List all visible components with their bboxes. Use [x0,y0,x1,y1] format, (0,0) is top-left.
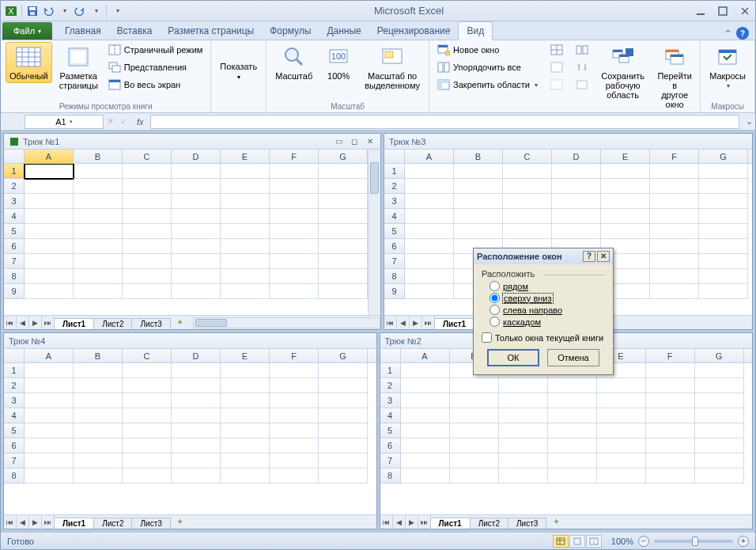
full-screen-button[interactable]: Во весь экран [105,77,206,93]
cell[interactable] [552,224,601,239]
help-icon[interactable]: ? [736,27,749,40]
cell[interactable] [650,239,699,254]
sheet-tab[interactable]: Лист1 [434,318,474,329]
cell[interactable] [270,194,319,209]
arrange-option-radio[interactable]: сверху вниз [482,292,605,304]
row-header[interactable]: 4 [4,408,25,423]
cell[interactable] [221,194,270,209]
column-header[interactable]: G [699,150,748,163]
cell[interactable] [221,393,270,408]
cell[interactable] [74,284,123,299]
cell[interactable] [401,363,450,378]
cell[interactable] [699,239,748,254]
cell[interactable] [695,393,744,408]
minimize-icon[interactable] [694,5,708,17]
cell[interactable] [172,453,221,468]
cell[interactable] [454,179,503,194]
dialog-close-button[interactable]: ✕ [597,251,610,262]
cell[interactable] [450,408,499,423]
cell[interactable] [450,453,499,468]
cell[interactable] [221,408,270,423]
row-header[interactable]: 5 [4,224,25,239]
cell[interactable] [172,239,221,254]
sheet-tab[interactable]: Лист1 [54,318,94,329]
switch-windows-button[interactable]: Перейти в другое окно [654,42,695,120]
select-all-corner[interactable] [380,349,401,362]
tab-page-layout[interactable]: Разметка страницы [160,22,262,40]
cell[interactable] [74,453,123,468]
cell[interactable] [319,269,368,284]
cell[interactable] [503,209,552,224]
reset-position-button[interactable] [573,77,592,93]
tab-review[interactable]: Рецензирование [369,22,459,40]
cell[interactable] [25,468,74,484]
row-header[interactable]: 1 [380,363,401,378]
page-break-shortcut[interactable] [586,535,602,548]
cell[interactable] [221,438,270,453]
cell[interactable] [601,194,650,209]
cell[interactable] [699,164,748,179]
cell[interactable] [650,224,699,239]
cell[interactable] [270,284,319,299]
cell[interactable] [503,224,552,239]
cell[interactable] [597,468,646,484]
cell[interactable] [503,179,552,194]
cell[interactable] [548,378,597,393]
cell[interactable] [319,254,368,269]
cell[interactable] [450,393,499,408]
cell[interactable] [405,284,454,299]
cell[interactable] [401,423,450,438]
cell[interactable] [172,194,221,209]
cell[interactable] [601,164,650,179]
row-header[interactable]: 3 [4,194,25,209]
column-header[interactable]: B [74,349,123,362]
column-header[interactable]: G [319,150,368,163]
page-layout-view-button[interactable]: Разметка страницы [55,42,102,93]
tab-file[interactable]: Файл▾ [2,22,52,40]
cell[interactable] [270,254,319,269]
sheet-tab[interactable]: Лист3 [508,518,546,529]
cell[interactable] [123,224,172,239]
column-header[interactable]: F [646,349,695,362]
cell[interactable] [319,179,368,194]
cell[interactable] [123,363,172,378]
cell[interactable] [74,194,123,209]
cell[interactable] [699,254,748,269]
cell[interactable] [25,194,74,209]
column-header[interactable]: A [405,150,454,163]
sheet-tab[interactable]: Лист3 [131,518,170,529]
cell[interactable] [270,378,319,393]
cell[interactable] [221,239,270,254]
dialog-help-button[interactable]: ? [583,251,595,262]
cell[interactable] [25,393,74,408]
zoom-level[interactable]: 100% [611,537,633,546]
cell[interactable] [270,179,319,194]
row-header[interactable]: 9 [384,284,405,299]
cell[interactable] [74,408,123,423]
sheet-tab[interactable]: Лист2 [93,518,132,529]
sheet-nav-prev[interactable]: ◀ [17,515,29,529]
redo-dropdown-icon[interactable] [89,4,103,18]
cell[interactable] [25,179,74,194]
cell[interactable] [548,468,597,484]
cell[interactable] [548,438,597,453]
cell[interactable] [405,194,454,209]
sheet-nav-first[interactable]: ⏮ [4,515,17,529]
new-sheet-button[interactable]: ✦ [548,517,564,527]
cell[interactable] [499,453,548,468]
cell[interactable] [74,179,123,194]
cell[interactable] [123,378,172,393]
row-header[interactable]: 7 [384,254,405,269]
cell[interactable] [650,269,699,284]
cell[interactable] [319,378,368,393]
cell[interactable] [405,254,454,269]
cell[interactable] [172,209,221,224]
cell[interactable] [74,269,123,284]
cell[interactable] [650,164,699,179]
cell[interactable] [172,378,221,393]
cell[interactable] [25,438,74,453]
close-icon[interactable] [738,5,752,17]
qat-customize-icon[interactable] [110,4,124,18]
cell[interactable] [319,224,368,239]
workbook-maximize-icon[interactable]: ◻ [349,137,360,146]
